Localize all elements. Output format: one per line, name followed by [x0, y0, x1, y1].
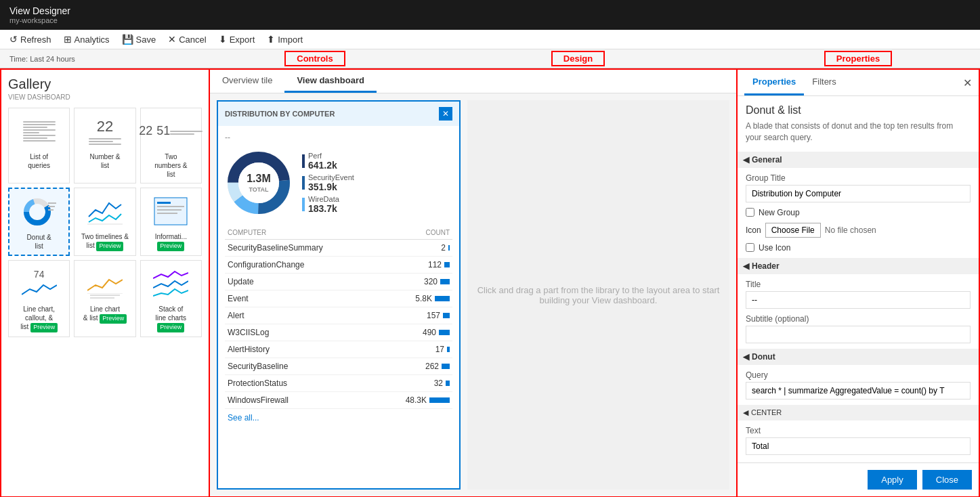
table-cell-count: 5.8K: [377, 290, 452, 307]
field-group-title[interactable]: [746, 185, 971, 202]
props-header: Properties Filters ✕: [738, 70, 979, 96]
information-label: Informati...Preview: [155, 232, 187, 251]
donut-legend: Perf 641.2k SecurityEvent 351.9k: [302, 152, 354, 214]
file-row-icon: Icon Choose File No file chosen: [746, 223, 971, 238]
export-icon: ⬇: [219, 34, 227, 45]
title-bar: View Designer my-workspace: [0, 0, 980, 30]
cancel-button[interactable]: ✕ Cancel: [168, 34, 206, 45]
close-button[interactable]: Close: [922, 470, 972, 490]
dist-tile-body: --: [218, 126, 459, 433]
table-cell-computer: ConfigurationChange: [225, 257, 377, 274]
table-cell-computer: WindowsFirewall: [225, 392, 377, 409]
field-label-text: Text: [746, 426, 971, 435]
table-cell-count: 157: [377, 307, 452, 324]
donut-list-label: Donut &list: [27, 233, 51, 251]
cancel-icon: ✕: [168, 34, 176, 45]
line-chart-callout-icon: 74: [19, 265, 60, 302]
props-body: Donut & list A blade that consists of do…: [738, 96, 979, 462]
table-cell-count: 32: [377, 375, 452, 392]
gallery-item-stack-line-charts[interactable]: Stack ofline charts Preview: [140, 260, 202, 337]
field-text[interactable]: [746, 437, 971, 455]
checkbox-new-group[interactable]: [746, 208, 754, 217]
field-subtitle[interactable]: [746, 326, 971, 343]
field-query[interactable]: [746, 382, 971, 399]
gallery-item-donut-list[interactable]: Donut &list: [8, 188, 70, 256]
tab-view-dashboard[interactable]: View dashboard: [284, 70, 376, 93]
field-title[interactable]: [746, 291, 971, 309]
information-icon: [150, 192, 191, 230]
donut-section: 1.3M TOTAL Perf 641.2k: [225, 149, 452, 217]
gallery-item-two-numbers[interactable]: 22 51 Twonumbers &list: [140, 108, 202, 183]
props-tabs: Properties Filters: [744, 70, 845, 95]
table-cell-computer: Alert: [225, 307, 377, 324]
checkbox-use-icon-row: Use Icon: [746, 243, 971, 253]
table-cell-computer: W3CIISLog: [225, 324, 377, 341]
table-row: ConfigurationChange112: [225, 257, 452, 274]
gallery-title: Gallery: [8, 77, 202, 92]
table-row: WindowsFirewall48.3K: [225, 392, 452, 409]
svg-rect-5: [48, 209, 54, 211]
table-row: ProtectionStatus32: [225, 375, 452, 392]
table-row: Event5.8K: [225, 290, 452, 307]
props-group-general: ◀ General: [738, 152, 979, 168]
gallery-item-information[interactable]: Informati...Preview: [140, 188, 202, 256]
field-label-subtitle: Subtitle (optional): [746, 314, 971, 324]
see-all-link[interactable]: See all...: [225, 409, 262, 427]
legend-item-security-event: SecurityEvent 351.9k: [302, 173, 354, 192]
tab-properties[interactable]: Properties: [744, 70, 804, 95]
list-queries-icon: [19, 112, 60, 150]
drop-area: Click and drag a part from the library t…: [467, 100, 729, 490]
analytics-icon: ⊞: [64, 34, 72, 45]
table-cell-computer: ProtectionStatus: [225, 375, 377, 392]
apply-button[interactable]: Apply: [868, 470, 917, 490]
export-button[interactable]: ⬇ Export: [219, 34, 255, 45]
table-cell-computer: AlertHistory: [225, 341, 377, 358]
table-cell-count: 490: [377, 324, 452, 341]
props-desc: A blade that consists of donut and the t…: [746, 121, 971, 144]
table-cell-count: 262: [377, 358, 452, 375]
tab-overview-tile[interactable]: Overview tile: [210, 70, 284, 93]
donut-list-icon: [19, 193, 60, 230]
svg-rect-14: [90, 297, 114, 299]
design-label: Design: [551, 51, 605, 66]
gallery-item-list-queries[interactable]: List ofqueries: [8, 108, 70, 183]
section-labels-row: Time: Last 24 hours Controls Design Prop…: [0, 49, 980, 68]
props-close-button[interactable]: ✕: [963, 77, 972, 89]
time-label: Time: Last 24 hours: [0, 49, 210, 68]
legend-item-perf: Perf 641.2k: [302, 152, 354, 171]
analytics-button[interactable]: ⊞ Analytics: [64, 34, 110, 45]
main-layout: Gallery VIEW DASHBOARD List ofqueries: [0, 68, 980, 497]
choose-file-button[interactable]: Choose File: [765, 223, 821, 238]
table-row: AlertHistory17: [225, 341, 452, 358]
gallery-item-line-chart-list[interactable]: Line chart& list Preview: [74, 260, 135, 337]
refresh-button[interactable]: ↺ Refresh: [9, 34, 51, 45]
table-cell-computer: SecurityBaseline: [225, 358, 377, 375]
checkbox-use-icon[interactable]: [746, 243, 754, 252]
props-group-header: ◀ Header: [738, 258, 979, 274]
table-row: SecurityBaselineSummary2: [225, 240, 452, 257]
line-chart-callout-label: Line chart,callout, &list Preview: [20, 305, 58, 332]
design-tabs: Overview tile View dashboard: [210, 70, 736, 93]
table-cell-count: 112: [377, 257, 452, 274]
properties-label: Properties: [824, 51, 892, 66]
two-numbers-label: Twonumbers &list: [154, 152, 187, 179]
file-row-label: Icon: [746, 225, 761, 235]
gallery-item-number-list[interactable]: 22 Number &list: [74, 108, 135, 183]
number-list-icon: 22: [85, 112, 125, 150]
save-button[interactable]: 💾 Save: [122, 34, 156, 45]
table-cell-count: 320: [377, 274, 452, 290]
two-numbers-icon: 22 51: [150, 112, 191, 150]
tab-filters[interactable]: Filters: [804, 70, 844, 95]
legend-bar-perf: [302, 154, 305, 168]
gallery-grid: List ofqueries 22 Number &list: [8, 108, 202, 337]
table-cell-count: 2: [377, 240, 452, 257]
import-button[interactable]: ⬆ Import: [267, 34, 303, 45]
number-list-label: Number &list: [89, 152, 120, 170]
collapse-donut-icon: ◀: [743, 352, 749, 362]
svg-rect-12: [87, 293, 123, 294]
svg-rect-9: [157, 206, 184, 207]
gallery-item-line-chart-callout[interactable]: 74 Line chart,callout, &list Preview: [8, 260, 70, 337]
col-count: COUNT: [377, 226, 452, 240]
gallery-item-two-timelines[interactable]: Two timelines &list Preview: [74, 188, 135, 256]
dist-tile-close-button[interactable]: ✕: [439, 107, 452, 121]
